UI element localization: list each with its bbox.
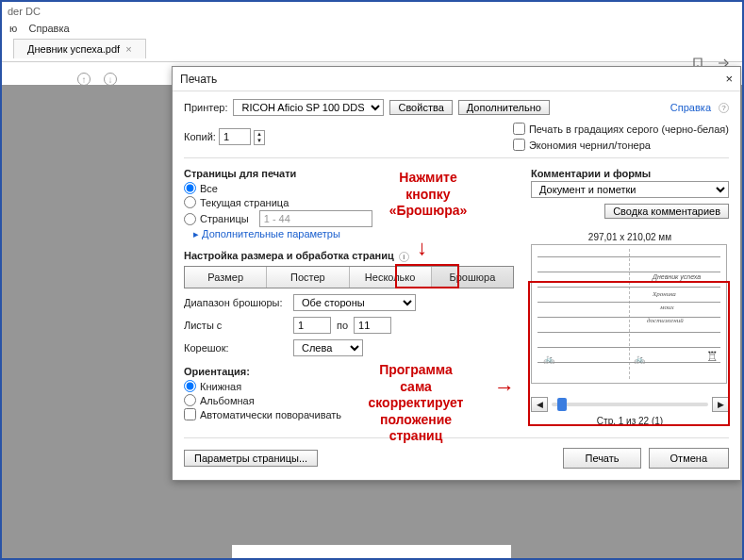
close-icon[interactable]: × (725, 72, 733, 86)
print-dialog: Печать × Принтер: RICOH Aficio SP 100 DD… (172, 66, 741, 481)
radio-range-label: Страницы (200, 213, 249, 224)
grayscale-label: Печать в градациях серого (черно-белая) (529, 124, 729, 135)
economy-label: Экономия чернил/тонера (529, 140, 651, 151)
copies-input[interactable] (219, 128, 251, 145)
seg-multi[interactable]: Несколько (350, 267, 432, 288)
seg-booklet[interactable]: Брошюра (432, 267, 513, 288)
copies-label: Копий: (184, 131, 216, 142)
seg-poster[interactable]: Постер (267, 267, 349, 288)
radio-landscape[interactable] (184, 394, 196, 406)
radio-range[interactable] (184, 213, 196, 225)
printer-label: Принтер: (184, 102, 227, 113)
radio-current[interactable] (184, 196, 196, 208)
down-icon[interactable]: ↓ (104, 73, 117, 86)
bike-icon: 🚲 (543, 354, 554, 364)
document-tab[interactable]: Дневник успеха.pdf × (13, 39, 146, 58)
eiffel-icon: ♖ (706, 349, 719, 364)
page-slider[interactable] (552, 403, 708, 406)
radio-all[interactable] (184, 182, 196, 194)
preview-text: моих (660, 304, 674, 311)
grayscale-checkbox[interactable] (513, 123, 525, 135)
preview-text: достижений (647, 317, 684, 324)
comments-group-label: Комментарии и формы (531, 168, 729, 179)
preview-text: Хроника (653, 290, 676, 298)
comments-select[interactable]: Документ и пометки (531, 181, 729, 198)
up-icon[interactable]: ↑ (77, 73, 91, 86)
sheets-label: Листы с (184, 320, 288, 331)
spine-select[interactable]: Слева (293, 339, 363, 356)
booklet-range-select[interactable]: Обе стороны (293, 294, 416, 311)
more-params-link[interactable]: ▸ Дополнительные параметры (184, 228, 514, 240)
app-titlebar: der DC (2, 2, 742, 21)
prev-page-button[interactable]: ◀ (531, 397, 548, 412)
radio-portrait[interactable] (184, 380, 196, 392)
radio-portrait-label: Книжная (200, 381, 241, 392)
size-mode-segments: Размер Постер Несколько Брошюра (184, 266, 514, 288)
advanced-button[interactable]: Дополнительно (458, 100, 550, 115)
bike-icon: 🚲 (634, 354, 645, 364)
printer-select[interactable]: RICOH Aficio SP 100 DDST (233, 99, 384, 116)
radio-current-label: Текущая страница (200, 197, 289, 208)
seg-size[interactable]: Размер (185, 267, 267, 288)
info-icon[interactable]: i (399, 252, 409, 262)
orientation-group-label: Ориентация: (184, 366, 514, 377)
sheets-to-label: по (337, 320, 348, 331)
comments-summary-button[interactable]: Сводка комментариев (604, 204, 729, 219)
preview-dimensions: 297,01 x 210,02 мм (531, 232, 729, 242)
autorotate-checkbox[interactable] (184, 408, 196, 420)
print-preview: Дневник успеха Хроника моих достижений 🚲… (531, 244, 727, 384)
sheets-from-input[interactable] (293, 317, 331, 334)
tab-label: Дневник успеха.pdf (27, 43, 120, 55)
preview-text: Дневник успеха (653, 273, 701, 280)
help-icon[interactable]: ? (719, 103, 729, 113)
autorotate-label: Автоматически поворачивать (200, 409, 341, 420)
page-setup-button[interactable]: Параметры страницы... (184, 450, 318, 467)
spin-up-icon[interactable]: ▲ (255, 131, 264, 138)
spin-down-icon[interactable]: ▼ (255, 138, 264, 144)
spine-label: Корешок: (184, 342, 288, 354)
menu-help[interactable]: Справка (28, 23, 69, 34)
help-link[interactable]: Справка (670, 102, 711, 113)
properties-button[interactable]: Свойства (389, 100, 452, 115)
page-counter: Стр. 1 из 22 (1) (531, 412, 729, 428)
economy-checkbox[interactable] (513, 139, 525, 151)
print-button[interactable]: Печать (563, 448, 640, 469)
close-icon[interactable]: × (125, 43, 131, 55)
sheets-to-input[interactable] (354, 317, 391, 334)
cancel-button[interactable]: Отмена (649, 448, 729, 469)
radio-landscape-label: Альбомная (200, 395, 255, 406)
menu-bar: ю Справка (2, 21, 742, 36)
page-range-input[interactable] (259, 210, 372, 227)
dialog-title: Печать (180, 73, 217, 86)
radio-all-label: Все (200, 183, 218, 194)
booklet-range-label: Диапазон брошюры: (184, 297, 288, 308)
next-page-button[interactable]: ▶ (712, 397, 729, 412)
menu-file[interactable]: ю (9, 23, 17, 34)
page-preview-bg (232, 545, 511, 560)
pages-group-label: Страницы для печати (184, 168, 514, 179)
size-group-label: Настройка размера и обработка страниц i (184, 250, 514, 262)
